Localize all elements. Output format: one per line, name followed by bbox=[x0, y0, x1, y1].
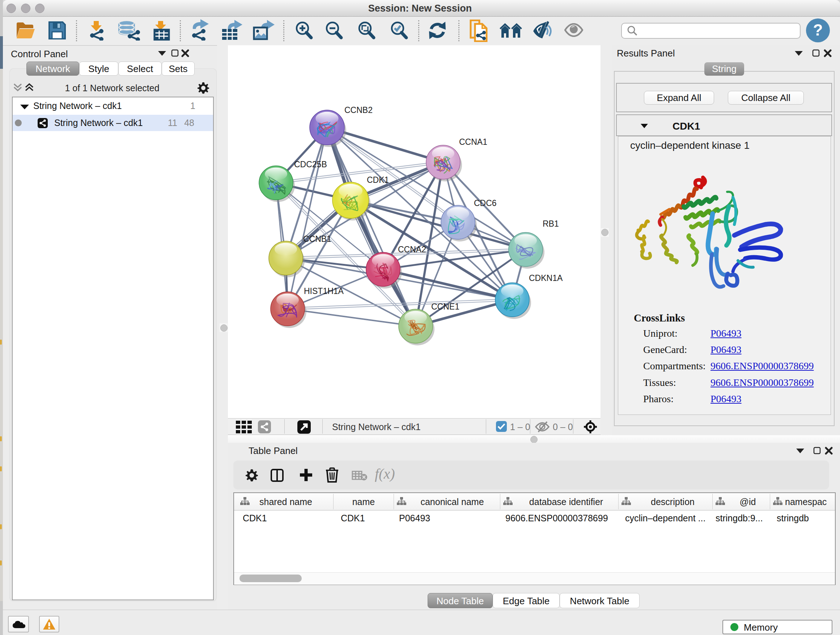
svg-text:CCNB2: CCNB2 bbox=[344, 105, 373, 115]
svg-text:CDK1: CDK1 bbox=[367, 175, 389, 185]
svg-text:CCNA1: CCNA1 bbox=[459, 137, 487, 147]
svg-text:HIST1H1A: HIST1H1A bbox=[304, 287, 344, 296]
svg-text:CCNE1: CCNE1 bbox=[431, 302, 459, 311]
svg-text:CDC25B: CDC25B bbox=[294, 160, 327, 169]
svg-text:RB1: RB1 bbox=[543, 219, 559, 228]
svg-text:?: ? bbox=[813, 21, 823, 39]
svg-text:CDKN1A: CDKN1A bbox=[529, 273, 563, 283]
svg-text:CCNA2: CCNA2 bbox=[398, 245, 426, 254]
svg-text:CCNB1: CCNB1 bbox=[303, 234, 332, 244]
svg-text:CDC6: CDC6 bbox=[474, 198, 497, 208]
